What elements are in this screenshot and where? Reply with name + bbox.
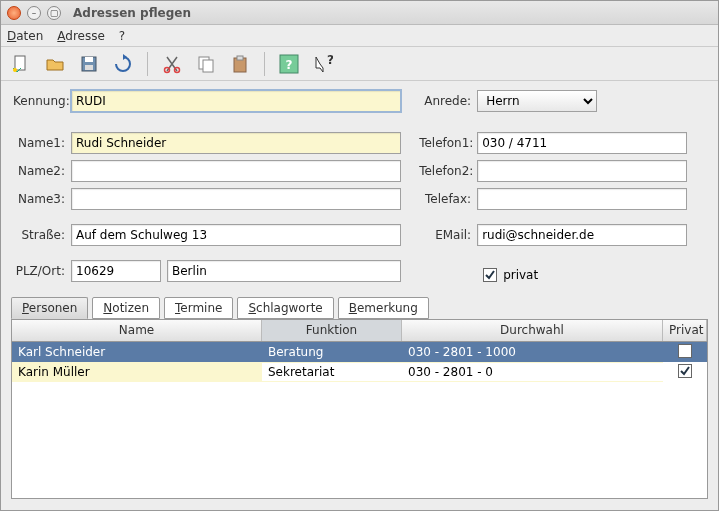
new-icon[interactable] (9, 52, 33, 76)
cell-durchwahl: 030 - 2801 - 1000 (402, 343, 663, 361)
menu-daten[interactable]: Daten (7, 29, 43, 43)
telefax-label: Telefax: (419, 192, 477, 206)
whatsthis-icon[interactable]: ? (311, 52, 335, 76)
paste-icon[interactable] (228, 52, 252, 76)
copy-icon[interactable] (194, 52, 218, 76)
plz-field[interactable] (71, 260, 161, 282)
svg-text:?: ? (286, 58, 293, 72)
svg-rect-4 (85, 65, 93, 70)
table-row[interactable]: Karin Müller Sekretariat 030 - 2801 - 0 (12, 362, 707, 382)
col-durchwahl[interactable]: Durchwahl (402, 320, 663, 341)
window: – ▢ Adressen pflegen Daten Adresse ? ? ?… (0, 0, 719, 511)
svg-rect-10 (237, 56, 243, 60)
name1-label: Name1: (13, 136, 71, 150)
toolbar-separator (264, 52, 265, 76)
cut-icon[interactable] (160, 52, 184, 76)
anrede-label: Anrede: (419, 94, 477, 108)
checkbox-icon[interactable] (678, 344, 692, 358)
save-icon[interactable] (77, 52, 101, 76)
name3-field[interactable] (71, 188, 401, 210)
telefax-field[interactable] (477, 188, 687, 210)
table-row[interactable]: Karl Schneider Beratung 030 - 2801 - 100… (12, 342, 707, 362)
cell-privat[interactable] (663, 342, 707, 363)
col-name[interactable]: Name (12, 320, 262, 341)
cell-durchwahl: 030 - 2801 - 0 (402, 363, 663, 381)
name3-label: Name3: (13, 192, 71, 206)
privat-label: privat (503, 268, 538, 282)
col-funktion[interactable]: Funktion (262, 320, 402, 341)
ort-field[interactable] (167, 260, 401, 282)
reload-icon[interactable] (111, 52, 135, 76)
privat-checkbox[interactable] (483, 268, 497, 282)
cell-name: Karl Schneider (12, 343, 262, 361)
cell-funktion: Beratung (262, 343, 402, 361)
kennung-label: Kennung: (13, 94, 71, 108)
tab-termine[interactable]: Termine (164, 297, 233, 319)
strasse-label: Straße: (13, 228, 71, 242)
toolbar: ? ? (1, 47, 718, 81)
svg-rect-3 (85, 57, 93, 62)
menu-help[interactable]: ? (119, 29, 125, 43)
grid: Name Funktion Durchwahl Privat Karl Schn… (11, 319, 708, 499)
name1-field[interactable] (71, 132, 401, 154)
cell-funktion: Sekretariat (262, 363, 402, 381)
menu-adresse[interactable]: Adresse (57, 29, 105, 43)
close-icon[interactable] (7, 6, 21, 20)
window-title: Adressen pflegen (73, 6, 191, 20)
tab-personen[interactable]: PPersonenersonen (11, 297, 88, 319)
cell-privat[interactable] (663, 362, 707, 382)
tab-schlagworte[interactable]: Schlagworte (237, 297, 333, 319)
minimize-icon[interactable]: – (27, 6, 41, 20)
tab-bemerkung[interactable]: Bemerkung (338, 297, 429, 319)
checkbox-icon[interactable] (678, 364, 692, 378)
tab-notizen[interactable]: Notizen (92, 297, 160, 319)
svg-rect-0 (15, 56, 25, 70)
help-icon[interactable]: ? (277, 52, 301, 76)
maximize-icon[interactable]: ▢ (47, 6, 61, 20)
cell-name: Karin Müller (12, 363, 262, 381)
telefon1-field[interactable] (477, 132, 687, 154)
open-icon[interactable] (43, 52, 67, 76)
col-privat[interactable]: Privat (663, 320, 707, 341)
svg-point-1 (13, 68, 17, 72)
kennung-field[interactable] (71, 90, 401, 112)
tabbar: PPersonenersonen Notizen Termine Schlagw… (11, 297, 708, 319)
toolbar-separator (147, 52, 148, 76)
grid-header: Name Funktion Durchwahl Privat (12, 320, 707, 342)
svg-text:?: ? (327, 54, 333, 67)
email-field[interactable] (477, 224, 687, 246)
email-label: EMail: (419, 228, 477, 242)
name2-field[interactable] (71, 160, 401, 182)
menubar: Daten Adresse ? (1, 25, 718, 47)
name2-label: Name2: (13, 164, 71, 178)
form: Kennung: Name1: Name2: Name3: (1, 81, 718, 293)
svg-rect-8 (203, 60, 213, 72)
strasse-field[interactable] (71, 224, 401, 246)
telefon2-field[interactable] (477, 160, 687, 182)
titlebar: – ▢ Adressen pflegen (1, 1, 718, 25)
anrede-select[interactable]: Herrn (477, 90, 597, 112)
plzort-label: PLZ/Ort: (13, 264, 71, 278)
telefon2-label: Telefon2: (419, 164, 477, 178)
telefon1-label: Telefon1: (419, 136, 477, 150)
